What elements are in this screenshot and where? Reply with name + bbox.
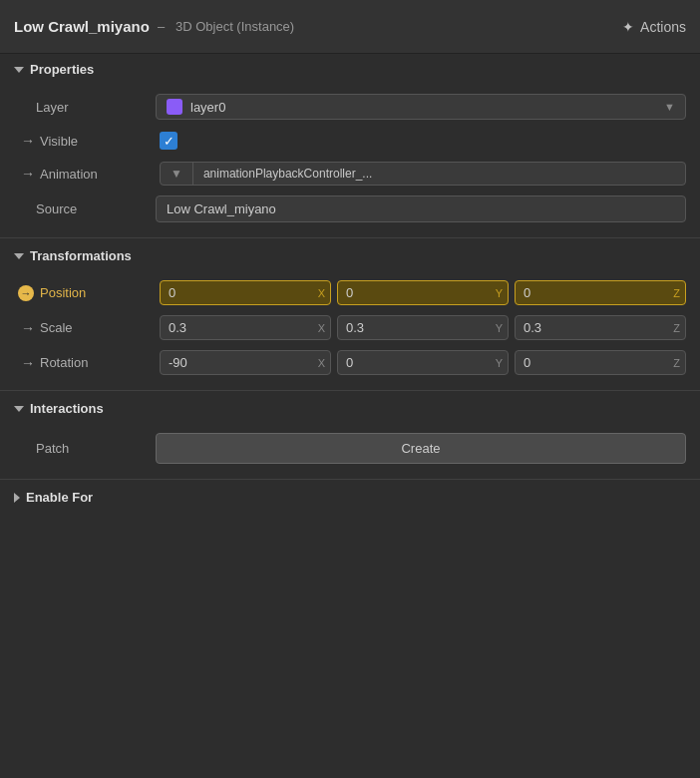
scale-xyz-group: X Y Z	[160, 315, 686, 340]
interactions-chevron-icon	[14, 406, 24, 412]
rotation-x-field: X	[160, 350, 331, 375]
position-y-field: Y	[337, 280, 509, 305]
animation-control[interactable]: ▼ animationPlaybackController_...	[160, 162, 686, 186]
transformations-section-header[interactable]: Transformations	[0, 240, 700, 271]
rotation-row: → Rotation X Y Z	[0, 345, 700, 380]
wand-icon: ✦	[622, 19, 634, 35]
source-row: Source Low Crawl_miyano	[0, 191, 700, 227]
transformations-section-label: Transformations	[30, 248, 132, 263]
position-row: → Position X Y Z	[0, 275, 700, 310]
rotation-xyz-group: X Y Z	[160, 350, 686, 375]
rotation-z-input[interactable]	[515, 350, 686, 375]
source-label: Source	[36, 201, 156, 216]
scale-x-input[interactable]	[160, 315, 331, 340]
object-name: Low Crawl_miyano	[14, 18, 150, 35]
scale-y-field: Y	[337, 315, 509, 340]
animation-dropdown-arrow-icon[interactable]: ▼	[161, 163, 193, 185]
rotation-arrow-indicator: →	[20, 355, 36, 371]
interactions-section-label: Interactions	[30, 401, 104, 416]
divider-2	[0, 390, 700, 391]
position-x-input[interactable]	[160, 280, 331, 305]
enable-for-section: Enable For	[0, 482, 700, 513]
properties-section: Properties Layer layer0 ▼ → Visible ✓	[0, 54, 700, 235]
scale-row: → Scale X Y Z	[0, 310, 700, 345]
animation-row: → Animation ▼ animationPlaybackControlle…	[0, 157, 700, 191]
animation-label: Animation	[40, 167, 160, 182]
visible-checkbox[interactable]: ✓	[160, 132, 177, 150]
scale-label: Scale	[40, 320, 160, 335]
scale-arrow-icon: →	[21, 321, 35, 335]
interactions-section-content: Patch Create	[0, 424, 700, 477]
enable-for-chevron-icon	[14, 493, 20, 503]
position-x-field: X	[160, 280, 331, 305]
enable-for-section-header[interactable]: Enable For	[0, 482, 700, 513]
source-input[interactable]: Low Crawl_miyano	[156, 195, 686, 222]
position-z-input[interactable]	[515, 280, 686, 305]
rotation-arrow-icon: →	[21, 356, 35, 370]
position-xyz-group: X Y Z	[160, 280, 686, 305]
layer-dropdown-arrow-icon: ▼	[664, 101, 675, 113]
object-type: – 3D Object (Instance)	[158, 19, 294, 34]
patch-row: Patch Create	[0, 428, 700, 469]
divider-3	[0, 479, 700, 480]
layer-row: Layer layer0 ▼	[0, 89, 700, 125]
rotation-z-field: Z	[515, 350, 686, 375]
properties-section-content: Layer layer0 ▼ → Visible ✓	[0, 85, 700, 235]
scale-arrow-indicator: →	[20, 320, 36, 336]
visible-label: Visible	[40, 134, 160, 149]
layer-color-swatch	[167, 99, 182, 115]
checkmark-icon: ✓	[164, 135, 175, 148]
interactions-section-header[interactable]: Interactions	[0, 393, 700, 424]
transformations-section-content: → Position X Y Z	[0, 271, 700, 388]
patch-label: Patch	[36, 441, 156, 456]
properties-section-label: Properties	[30, 62, 94, 77]
rotation-y-field: Y	[337, 350, 509, 375]
create-patch-button[interactable]: Create	[156, 433, 686, 464]
position-arrow-indicator: →	[20, 285, 36, 301]
layer-label: Layer	[36, 100, 156, 115]
properties-section-header[interactable]: Properties	[0, 54, 700, 85]
rotation-x-input[interactable]	[160, 350, 331, 375]
transformations-chevron-icon	[14, 253, 24, 259]
visible-arrow-icon: →	[21, 134, 35, 148]
position-z-field: Z	[515, 280, 686, 305]
position-y-input[interactable]	[337, 280, 509, 305]
layer-value: layer0 ▼	[156, 94, 686, 120]
position-circle-arrow-icon: →	[18, 285, 34, 301]
scale-z-field: Z	[515, 315, 686, 340]
animation-arrow-icon: →	[21, 167, 35, 181]
divider-1	[0, 237, 700, 238]
transformations-section: Transformations → Position X Y	[0, 240, 700, 388]
interactions-section: Interactions Patch Create	[0, 393, 700, 477]
source-value: Low Crawl_miyano	[156, 195, 686, 222]
rotation-y-input[interactable]	[337, 350, 509, 375]
visible-value: ✓	[160, 132, 686, 150]
position-label: Position	[40, 285, 160, 300]
scale-x-field: X	[160, 315, 331, 340]
visible-row: → Visible ✓	[0, 125, 700, 157]
rotation-label: Rotation	[40, 355, 160, 370]
animation-arrow-indicator: →	[20, 166, 36, 182]
animation-controller-text: animationPlaybackController_...	[193, 163, 685, 185]
enable-for-section-label: Enable For	[26, 490, 93, 505]
header: Low Crawl_miyano – 3D Object (Instance) …	[0, 0, 700, 54]
actions-button[interactable]: ✦ Actions	[622, 19, 686, 35]
scale-y-input[interactable]	[337, 315, 509, 340]
properties-chevron-icon	[14, 67, 24, 73]
animation-value: ▼ animationPlaybackController_...	[160, 162, 686, 186]
header-title: Low Crawl_miyano – 3D Object (Instance)	[14, 18, 622, 35]
patch-value: Create	[156, 433, 686, 464]
visible-arrow-indicator: →	[20, 133, 36, 149]
layer-dropdown-text: layer0	[190, 100, 664, 115]
actions-label: Actions	[640, 19, 686, 35]
scale-z-input[interactable]	[515, 315, 686, 340]
layer-dropdown[interactable]: layer0 ▼	[156, 94, 686, 120]
